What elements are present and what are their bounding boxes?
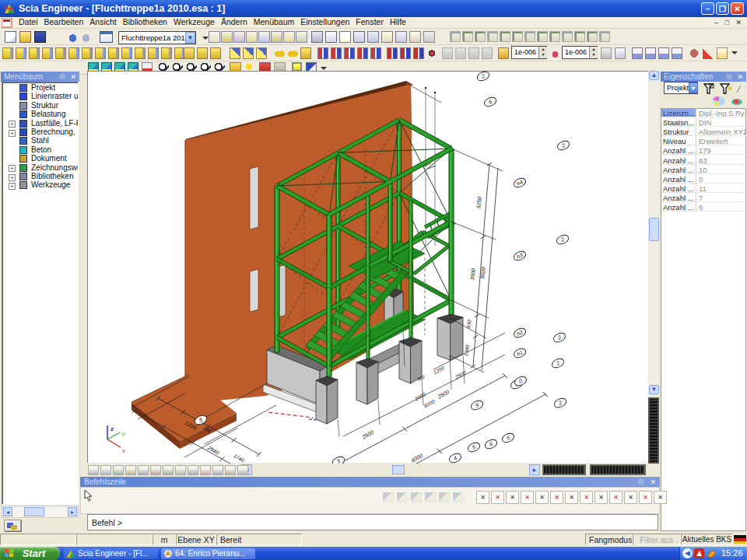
svg-text:2500: 2500 [360,429,374,440]
svg-text:1340: 1340 [463,345,470,357]
svg-text:1200: 1200 [433,365,445,375]
svg-text:2500: 2500 [436,389,450,400]
svg-text:3500: 3500 [469,268,476,280]
svg-text:2000: 2000 [413,391,426,402]
svg-text:z: z [110,425,114,432]
svg-text:6000: 6000 [410,453,423,464]
svg-text:2500: 2500 [454,369,467,380]
svg-text:6000: 6000 [423,398,436,408]
svg-text:9020: 9020 [479,266,486,278]
svg-text:x: x [122,447,125,454]
svg-text:3250: 3250 [475,196,482,208]
svg-text:Y: Y [121,431,126,438]
svg-text:1740: 1740 [233,453,245,463]
